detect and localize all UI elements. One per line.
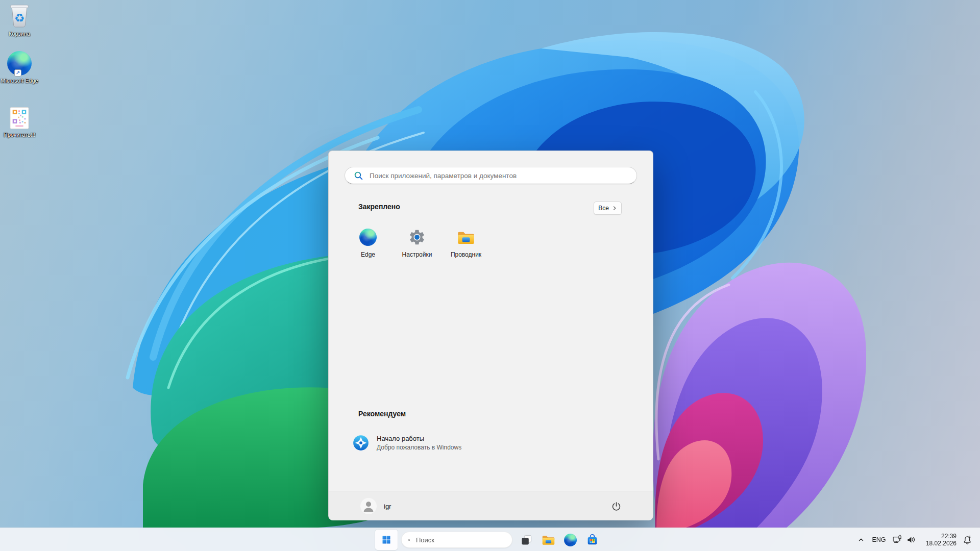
taskbar-center: [375, 528, 604, 551]
folder-icon: [457, 230, 475, 245]
edge-logo-icon: [564, 534, 577, 546]
desktop-icon-recycle-bin[interactable]: ♻ Корзина: [0, 3, 39, 37]
volume-icon: [906, 535, 916, 545]
folder-icon: [542, 534, 555, 546]
tray-date: 18.02.2026: [926, 540, 957, 547]
network-volume-button[interactable]: [889, 530, 919, 550]
pinned-all-label: Все: [598, 205, 609, 212]
recommended-item-subtitle: Добро пожаловать в Windows: [377, 444, 461, 451]
power-icon: [611, 501, 622, 512]
pinned-apps-grid: Edge Настройки Проводник: [344, 221, 491, 268]
desktop-icon-microsoft-edge[interactable]: ↗ Microsoft Edge: [0, 51, 39, 84]
language-indicator[interactable]: ENG: [869, 530, 889, 550]
pinned-app-explorer[interactable]: Проводник: [442, 221, 491, 268]
pinned-app-label: Проводник: [451, 251, 481, 258]
recommended-item-title: Начало работы: [377, 435, 461, 442]
network-ethernet-icon: [892, 535, 902, 545]
chevron-up-icon: [857, 536, 865, 543]
recycle-bin-icon: ♻: [8, 3, 31, 29]
svg-text:z: z: [969, 535, 971, 538]
start-search-input[interactable]: [363, 172, 636, 180]
desktop-icon-readme-file[interactable]: Прочитать!!!: [0, 107, 39, 138]
user-profile-button[interactable]: igr: [356, 496, 397, 516]
pinned-section-title: Закреплено: [358, 203, 400, 211]
edge-logo-icon: [359, 229, 377, 246]
notifications-button[interactable]: z: [959, 530, 976, 550]
desktop-icon-label: Корзина: [9, 31, 30, 37]
pinned-app-settings[interactable]: Настройки: [393, 221, 442, 268]
start-search-box: [345, 167, 637, 184]
task-view-button[interactable]: [516, 530, 536, 550]
recommended-section-title: Рекомендуем: [358, 410, 406, 418]
pinned-app-label: Настройки: [402, 251, 432, 258]
shortcut-arrow-icon: ↗: [14, 69, 21, 77]
bell-dnd-icon: z: [962, 535, 973, 545]
tray-overflow-button[interactable]: [853, 530, 869, 550]
desktop-icon-label: Прочитать!!!: [4, 132, 36, 138]
store-icon: [586, 534, 599, 546]
gear-icon: [408, 229, 426, 246]
microsoft-store-button[interactable]: [582, 530, 602, 550]
pinned-all-button[interactable]: Все: [594, 202, 622, 215]
username-label: igr: [384, 503, 391, 510]
taskbar-search-input[interactable]: [410, 536, 512, 544]
tray-time: 22:39: [941, 533, 957, 540]
start-button[interactable]: [375, 530, 398, 550]
svg-text:♻: ♻: [14, 11, 25, 24]
file-explorer-button[interactable]: [538, 530, 558, 550]
system-tray: ENG 22:39 18.02.2026 z: [853, 528, 976, 551]
start-menu: Закреплено Все Edge Настройки: [328, 151, 653, 520]
user-avatar-icon: [360, 498, 377, 514]
clock-date-button[interactable]: 22:39 18.02.2026: [919, 530, 959, 550]
start-menu-footer: igr: [329, 491, 653, 520]
edge-browser-button[interactable]: [560, 530, 580, 550]
taskbar-search-box: [401, 532, 512, 548]
recommended-item-get-started[interactable]: Начало работы Добро пожаловать в Windows: [346, 428, 514, 458]
taskbar: ENG 22:39 18.02.2026 z: [0, 528, 980, 551]
task-view-icon: [521, 534, 532, 546]
pinned-app-edge[interactable]: Edge: [344, 221, 393, 268]
windows-logo-icon: [382, 535, 391, 544]
desktop-icon-label: Microsoft Edge: [1, 78, 38, 84]
search-icon: [354, 171, 363, 181]
pinned-app-label: Edge: [361, 251, 375, 258]
get-started-icon: [352, 434, 370, 452]
power-button[interactable]: [606, 496, 626, 516]
qr-image-icon: [10, 107, 29, 130]
chevron-right-icon: [612, 206, 617, 211]
